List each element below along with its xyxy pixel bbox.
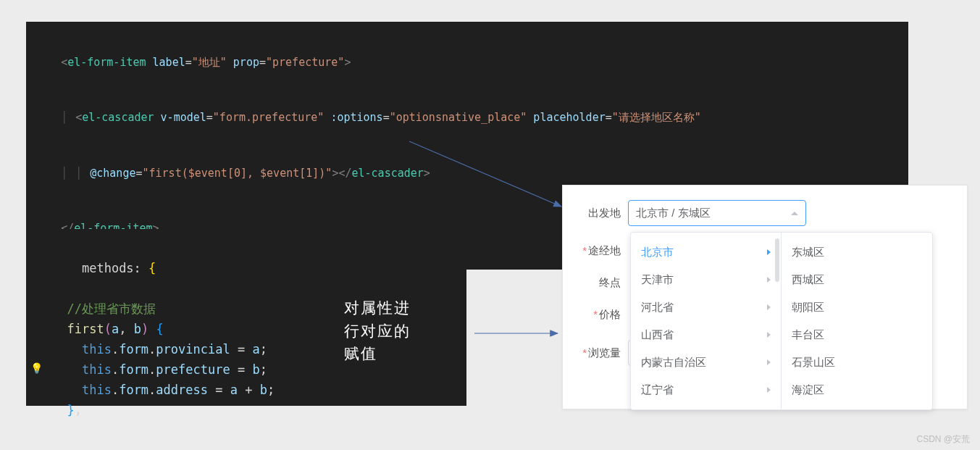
label-via: 途经地	[588, 244, 621, 257]
district-item[interactable]: 朝阳区	[782, 293, 932, 321]
chevron-right-icon	[767, 249, 771, 255]
district-column: 东城区 西城区 朝阳区 丰台区 石景山区 海淀区	[782, 233, 932, 409]
lightbulb-icon[interactable]: 💡	[30, 360, 43, 377]
province-item[interactable]: 天津市	[631, 266, 781, 293]
chevron-right-icon	[767, 304, 771, 310]
province-column: 北京市 天津市 河北省 山西省 内蒙古自治区 辽宁省	[631, 233, 782, 409]
province-item[interactable]: 辽宁省	[631, 376, 781, 404]
district-item[interactable]: 石景山区	[782, 349, 932, 376]
chevron-up-icon	[791, 212, 798, 215]
district-item[interactable]: 丰台区	[782, 321, 932, 349]
province-item[interactable]: 北京市	[631, 238, 781, 266]
province-item[interactable]: 河北省	[631, 293, 781, 321]
district-item[interactable]: 西城区	[782, 266, 932, 293]
cascader-dropdown: 北京市 天津市 河北省 山西省 内蒙古自治区 辽宁省 东城区 西城区 朝阳区 丰…	[630, 232, 933, 410]
province-item[interactable]: 山西省	[631, 321, 781, 349]
province-item[interactable]: 内蒙古自治区	[631, 349, 781, 376]
chevron-right-icon	[767, 359, 771, 365]
district-item[interactable]: 海淀区	[782, 376, 932, 404]
watermark: CSDN @安荒	[916, 433, 970, 446]
label-views: 浏览量	[588, 346, 621, 359]
label-depart: 出发地	[576, 207, 621, 220]
chevron-right-icon	[767, 387, 771, 393]
form-row-depart: 出发地 北京市 / 东城区	[576, 200, 954, 226]
arrow-bl-to-form	[471, 326, 565, 341]
label-price: 价格	[599, 308, 621, 320]
annotation-text: 对属性进 行对应的 赋值	[344, 297, 411, 366]
cascader-input[interactable]: 北京市 / 东城区	[628, 200, 806, 226]
chevron-right-icon	[767, 277, 771, 283]
scrollbar[interactable]	[775, 238, 779, 282]
label-end: 终点	[576, 276, 621, 290]
chevron-right-icon	[767, 332, 771, 338]
district-item[interactable]: 东城区	[782, 238, 932, 266]
